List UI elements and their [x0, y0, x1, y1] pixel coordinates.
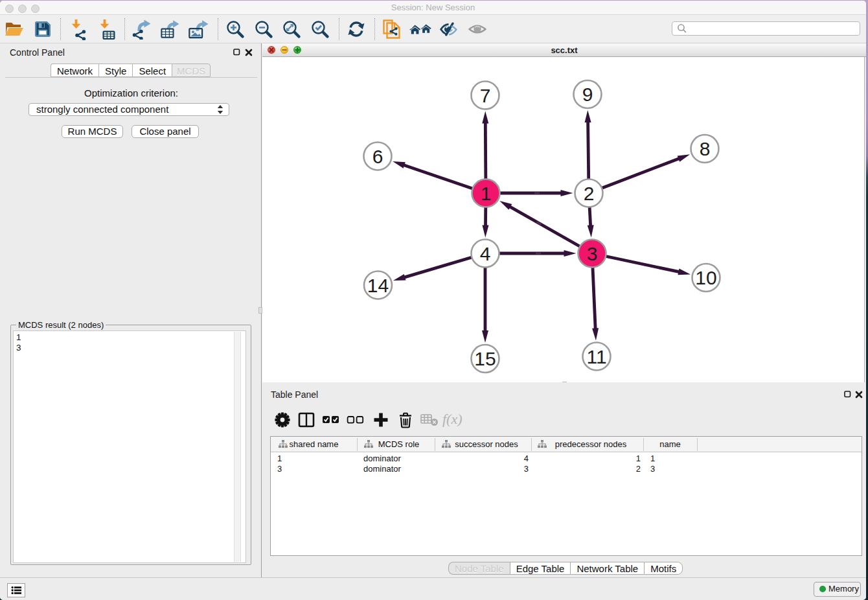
- svg-text:2: 2: [584, 183, 595, 204]
- svg-text:1: 1: [481, 183, 492, 204]
- svg-text:7: 7: [480, 85, 491, 106]
- svg-text:9: 9: [582, 84, 593, 105]
- svg-text:6: 6: [372, 146, 383, 167]
- svg-text:8: 8: [700, 138, 711, 159]
- svg-text:14: 14: [367, 275, 389, 296]
- svg-text:4: 4: [480, 243, 491, 264]
- svg-text:10: 10: [695, 267, 716, 288]
- svg-text:3: 3: [587, 243, 598, 264]
- svg-text:15: 15: [474, 348, 496, 369]
- svg-text:11: 11: [586, 346, 606, 367]
